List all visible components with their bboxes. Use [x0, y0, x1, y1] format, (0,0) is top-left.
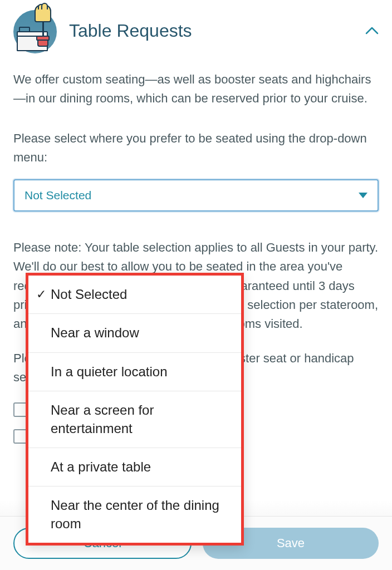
intro-text: We offer custom seating—as well as boost… [13, 70, 379, 108]
panel-title: Table Requests [69, 21, 192, 41]
option-label: At a private table [51, 458, 233, 476]
option-label: Not Selected [51, 286, 233, 303]
header-left: Table Requests [13, 8, 192, 53]
dropdown-option-window[interactable]: Near a window [28, 314, 241, 352]
dropdown-option-center[interactable]: Near the center of the dining room [28, 487, 241, 543]
dropdown-option-private[interactable]: At a private table [28, 448, 241, 487]
option-label: In a quieter location [51, 363, 233, 381]
seating-dropdown-menu: ✓ Not Selected Near a window In a quiete… [26, 273, 244, 546]
dropdown-option-not-selected[interactable]: ✓ Not Selected [28, 276, 241, 314]
chevron-down-icon [359, 191, 367, 200]
seating-prompt: Please select where you prefer to be sea… [13, 129, 379, 167]
option-label: Near a screen for entertainment [51, 401, 233, 438]
dropdown-option-quieter[interactable]: In a quieter location [28, 353, 241, 391]
panel-header: Table Requests [13, 8, 379, 53]
chevron-up-icon[interactable] [365, 24, 379, 37]
select-value: Not Selected [24, 189, 91, 202]
table-flower-icon [13, 8, 59, 53]
option-label: Near a window [51, 324, 233, 342]
seating-select[interactable]: Not Selected [13, 179, 379, 212]
checkmark-icon: ✓ [36, 286, 51, 303]
seating-select-wrapper: Not Selected [13, 179, 379, 212]
dropdown-option-screen[interactable]: Near a screen for entertainment [28, 391, 241, 448]
option-label: Near the center of the dining room [51, 497, 233, 533]
